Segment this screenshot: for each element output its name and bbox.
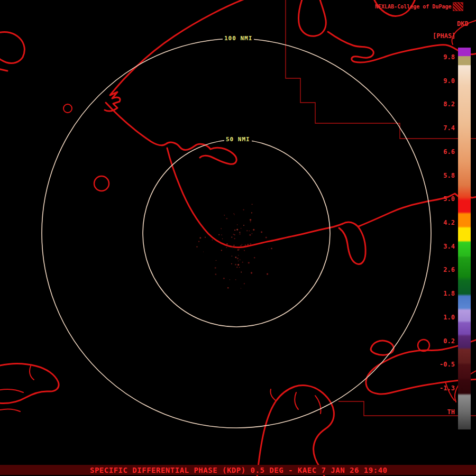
- coastline-path: [167, 148, 343, 248]
- radar-map: [0, 0, 476, 476]
- colorbar-tick: 1.8: [443, 290, 455, 297]
- colorbar-tick: 5.0: [443, 196, 455, 203]
- colorbar-tick: 7.4: [443, 125, 455, 132]
- colorbar-tick: -0.5: [440, 361, 455, 368]
- product-code-label: DKD: [457, 20, 469, 28]
- attribution-text: NEXLAB-College of DuPage: [375, 4, 452, 10]
- colorbar-tick: 9.8: [443, 54, 455, 61]
- colorbar-tick: -1.3: [440, 385, 455, 392]
- radar-echoes: [196, 204, 272, 288]
- coastline-path: [298, 0, 326, 36]
- range-ring-50nmi: [143, 140, 330, 327]
- colorbar-tick: 8.2: [443, 101, 455, 108]
- coastline-path: [339, 222, 365, 264]
- coastline-path: [106, 103, 236, 164]
- coastline-path: [0, 366, 34, 411]
- units-label: [PHAS]: [433, 32, 455, 40]
- nexlab-logo-icon: [453, 2, 463, 11]
- colorbar-tick: 1.0: [443, 314, 455, 321]
- boundary-line: [338, 401, 476, 416]
- lake-outline: [94, 176, 109, 191]
- coastline-path: [257, 386, 334, 476]
- range-ring-label-100: 100 NMI: [223, 35, 254, 42]
- coastline-path: [270, 389, 321, 414]
- colorbar-tick: 0.2: [443, 338, 455, 345]
- coastline-path: [105, 0, 248, 111]
- colorbar-tick: 5.8: [443, 172, 455, 179]
- coastline-path: [0, 32, 24, 71]
- colorbar-tick: 6.6: [443, 149, 455, 155]
- product-title: SPECIFIC DIFFERENTIAL PHASE (KDP) 0.5 DE…: [90, 466, 388, 474]
- colorbar-tick: 3.4: [443, 243, 455, 250]
- colorbar-tick: 9.0: [443, 78, 455, 85]
- lake-outline: [63, 104, 72, 113]
- range-ring-label-50: 50 NMI: [224, 136, 252, 143]
- colorbar-tick-labels: 9.8 9.0 8.2 7.4 6.6 5.8 5.0 4.2 3.4 2.6 …: [429, 54, 455, 416]
- radar-display: 100 NMI 50 NMI NEXLAB-College of DuPage …: [0, 0, 476, 476]
- lake-outline: [418, 340, 429, 351]
- colorbar: [458, 48, 471, 429]
- colorbar-tick: 2.6: [443, 267, 455, 273]
- colorbar-tick: TH: [447, 409, 455, 416]
- colorbar-tick: 4.2: [443, 219, 455, 226]
- map-coastlines: [0, 0, 476, 476]
